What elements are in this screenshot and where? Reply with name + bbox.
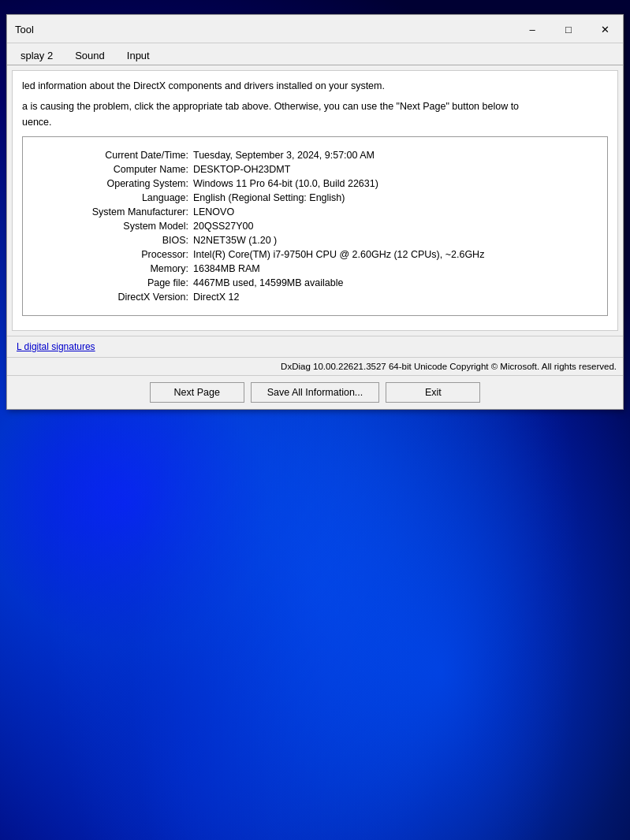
table-row: Operating System: Windows 11 Pro 64-bit …: [35, 177, 595, 191]
table-row: Page file: 4467MB used, 14599MB availabl…: [35, 276, 595, 290]
tab-input[interactable]: Input: [117, 46, 160, 65]
table-row: Current Date/Time: Tuesday, September 3,…: [35, 148, 595, 162]
directx-value: DirectX 12: [193, 290, 595, 304]
title-bar: Tool – □ ✕: [7, 15, 623, 43]
datetime-value: Tuesday, September 3, 2024, 9:57:00 AM: [193, 148, 595, 162]
processor-label: Processor:: [35, 247, 193, 262]
table-row: Memory: 16384MB RAM: [35, 262, 595, 276]
sys-manufacturer-label: System Manufacturer:: [35, 205, 193, 219]
button-bar: Next Page Save All Information... Exit: [7, 375, 623, 409]
datetime-label: Current Date/Time:: [35, 148, 193, 162]
maximize-button[interactable]: □: [550, 16, 587, 44]
dxdiag-window: Tool – □ ✕ splay 2 Sound Input led infor…: [6, 14, 624, 410]
os-label: Operating System:: [35, 177, 193, 191]
table-row: System Model: 20QSS27Y00: [35, 219, 595, 233]
pagefile-value: 4467MB used, 14599MB available: [193, 276, 595, 290]
sys-model-label: System Model:: [35, 219, 193, 233]
window-controls: – □ ✕: [514, 20, 623, 39]
warning-text: a is causing the problem, click the appr…: [22, 98, 608, 130]
tab-display2[interactable]: splay 2: [10, 46, 63, 65]
content-area: led information about the DirectX compon…: [12, 70, 618, 331]
system-info-table: Current Date/Time: Tuesday, September 3,…: [35, 148, 595, 304]
minimize-button[interactable]: –: [514, 16, 550, 44]
intro-line1: led information about the DirectX compon…: [22, 79, 608, 94]
table-row: Language: English (Regional Setting: Eng…: [35, 191, 595, 205]
dig-sig-area: L digital signatures: [7, 336, 623, 357]
table-row: System Manufacturer: LENOVO: [35, 205, 595, 219]
memory-value: 16384MB RAM: [193, 262, 595, 276]
memory-label: Memory:: [35, 262, 193, 276]
table-row: DirectX Version: DirectX 12: [35, 290, 595, 304]
table-row: Processor: Intel(R) Core(TM) i7-9750H CP…: [35, 247, 595, 262]
bios-value: N2NET35W (1.20 ): [193, 233, 595, 247]
tab-sound[interactable]: Sound: [65, 46, 115, 65]
digital-signatures-link[interactable]: L digital signatures: [13, 338, 617, 355]
system-info-box: Current Date/Time: Tuesday, September 3,…: [22, 136, 608, 316]
table-row: BIOS: N2NET35W (1.20 ): [35, 233, 595, 247]
language-value: English (Regional Setting: English): [193, 191, 595, 205]
close-button[interactable]: ✕: [587, 16, 623, 44]
processor-value: Intel(R) Core(TM) i7-9750H CPU @ 2.60GHz…: [193, 247, 595, 262]
copyright-text: DxDiag 10.00.22621.3527 64-bit Unicode C…: [281, 362, 617, 371]
language-label: Language:: [35, 191, 193, 205]
tab-bar: splay 2 Sound Input: [7, 43, 623, 65]
computer-name-value: DESKTOP-OH23DMT: [193, 162, 595, 177]
computer-name-label: Computer Name:: [35, 162, 193, 177]
os-value: Windows 11 Pro 64-bit (10.0, Build 22631…: [193, 177, 595, 191]
sys-manufacturer-value: LENOVO: [193, 205, 595, 219]
bios-label: BIOS:: [35, 233, 193, 247]
save-all-button[interactable]: Save All Information...: [251, 382, 380, 403]
table-row: Computer Name: DESKTOP-OH23DMT: [35, 162, 595, 177]
next-page-button[interactable]: Next Page: [150, 382, 244, 403]
copyright-bar: DxDiag 10.00.22621.3527 64-bit Unicode C…: [7, 357, 623, 375]
window-title: Tool: [15, 24, 34, 35]
directx-label: DirectX Version:: [35, 290, 193, 304]
pagefile-label: Page file:: [35, 276, 193, 290]
exit-button[interactable]: Exit: [386, 382, 480, 403]
sys-model-value: 20QSS27Y00: [193, 219, 595, 233]
